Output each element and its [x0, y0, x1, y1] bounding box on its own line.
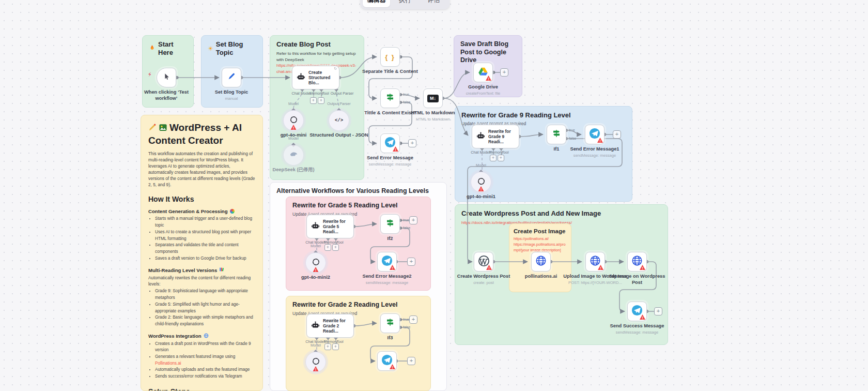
node-if3[interactable] [380, 313, 400, 333]
connection-wires [0, 0, 868, 391]
node-if1[interactable] [547, 125, 566, 144]
port-false: false [403, 100, 410, 104]
node-send-error-message1[interactable] [585, 125, 605, 144]
telegram-icon [384, 137, 396, 150]
robot-icon [476, 131, 485, 142]
add-node-button[interactable]: + [409, 216, 417, 224]
port-false: false [569, 137, 576, 140]
node-gpt-4o-mini[interactable] [283, 110, 304, 131]
node-agent-grade5[interactable]: Rewrite for Grade 5 Readi... [306, 215, 354, 238]
add-node-button[interactable]: + [409, 315, 417, 324]
node-send-error-message2[interactable] [377, 252, 397, 272]
node-if-title-content[interactable] [380, 88, 400, 108]
node-if2[interactable] [380, 214, 400, 234]
node-send-success-message[interactable] [627, 302, 647, 321]
add-memory-button[interactable]: + [324, 343, 331, 350]
pencil-icon [227, 72, 236, 83]
add-node-button[interactable]: + [613, 130, 621, 139]
node-upload-image[interactable] [585, 252, 605, 272]
node-label-set-topic: Set Blog Topicmanual [199, 89, 264, 101]
add-tool-button[interactable]: + [332, 244, 339, 251]
node-separate-title-content[interactable]: { } [380, 47, 400, 67]
node-label-gpt2: gpt-4o-mini2 [284, 275, 348, 281]
port-memory: Memory [309, 91, 323, 96]
add-memory-button[interactable]: + [324, 244, 331, 251]
robot-icon [311, 321, 320, 332]
node-google-drive[interactable] [473, 63, 493, 82]
output-parser-tag: Output Parser [327, 101, 350, 106]
tab-editor[interactable]: 编辑器 [363, 0, 390, 7]
tab-evaluations[interactable]: 评估 [420, 0, 447, 7]
add-tool-button[interactable]: + [498, 155, 504, 161]
openai-icon [477, 177, 486, 188]
port-chat-model: Chat Model* [471, 150, 491, 155]
add-node-button[interactable]: + [654, 307, 662, 315]
model-tag: Model [311, 244, 321, 248]
model-tag: Model [288, 101, 299, 106]
globe-icon [535, 255, 547, 268]
node-set-blog-topic[interactable] [222, 68, 241, 87]
node-label-tg-err0: Send Error MessagesendMessage: message [358, 155, 422, 167]
add-node-button[interactable]: + [500, 68, 508, 77]
node-label-separate: Separate Title & Content [358, 69, 422, 75]
node-agent-grade9[interactable]: Rewrite for Grade 9 Readi... [472, 125, 519, 148]
model-tag: Model [476, 163, 486, 168]
port-false: false [403, 226, 410, 230]
telegram-icon [381, 255, 393, 268]
tab-executions[interactable]: 执行 [391, 0, 419, 7]
node-agent-grade2[interactable]: Rewrite for Grade 2 Readi... [306, 314, 354, 338]
node-label-set-image: Set Image on Wordpress Post [605, 274, 669, 285]
port-true: true [403, 318, 409, 321]
add-node-button[interactable]: + [408, 139, 416, 147]
node-label-structured-output: Structured Output - JSON [307, 132, 371, 139]
add-node-button[interactable]: + [407, 357, 415, 365]
node-gpt-4o-mini1[interactable] [471, 172, 491, 192]
node-create-wordpress-post[interactable] [474, 252, 493, 272]
node-pollinations[interactable] [531, 252, 551, 272]
google-drive-icon [478, 67, 488, 78]
refresh-icon: ↻ [334, 67, 337, 71]
node-label-html-md: HTML to MarkdownHTML to Markdown [401, 110, 465, 122]
add-tool-button[interactable]: + [332, 343, 339, 350]
node-set-image[interactable] [627, 252, 647, 272]
port-tool: Tool [322, 91, 329, 96]
node-gpt-grade2[interactable] [305, 352, 326, 372]
workflow-canvas[interactable]: 编辑器 执行 评估 Start Here ☀Set Blog Topic Cre… [0, 0, 868, 391]
braces-icon: { } [385, 53, 395, 61]
node-manual-trigger[interactable] [157, 68, 176, 87]
node-html-to-markdown[interactable]: M↓ [423, 88, 443, 108]
node-send-error-message[interactable] [380, 133, 400, 153]
telegram-icon [589, 128, 600, 141]
add-memory-button[interactable]: + [490, 155, 497, 161]
node-label-deepseek: DeepSeek (已停用) [261, 167, 326, 173]
node-label-if3: If3 [358, 335, 422, 341]
node-label-tg-err2: Send Error Message2sendMessage: message [355, 274, 419, 285]
add-node-button[interactable]: + [407, 258, 415, 266]
globe-icon [631, 255, 643, 268]
port-true: true [569, 128, 575, 132]
markdown-icon: M↓ [427, 95, 439, 102]
cursor-icon [163, 73, 171, 83]
port-false: false [403, 325, 410, 329]
add-tool-button[interactable]: + [318, 97, 324, 104]
model-tag: Model [288, 136, 299, 141]
node-structured-output[interactable]: </> [329, 110, 349, 131]
node-label-tg-err1: Send Error Message1sendMessage: message [563, 146, 627, 158]
if-icon [385, 218, 395, 230]
deepseek-icon [289, 150, 298, 161]
openai-icon [312, 357, 320, 368]
node-send-error-message3[interactable] [377, 351, 397, 371]
node-gpt-4o-mini2[interactable] [305, 252, 326, 273]
node-label-gpt1: gpt-4o-mini1 [449, 194, 513, 200]
port-memory: Memory [489, 150, 503, 155]
globe-icon [590, 255, 601, 268]
if-icon [552, 129, 561, 140]
node-label-wp-create: Create Wordpress Postcreate: post [452, 274, 516, 285]
add-memory-button[interactable]: + [310, 97, 317, 104]
port-true: true [403, 93, 409, 96]
wordpress-icon [478, 255, 490, 269]
robot-icon [311, 221, 320, 232]
node-deepseek[interactable] [283, 145, 304, 166]
node-agent-create-post[interactable]: Create Structured Blo... ↻ [292, 66, 339, 89]
port-tool: Tool [502, 150, 508, 155]
